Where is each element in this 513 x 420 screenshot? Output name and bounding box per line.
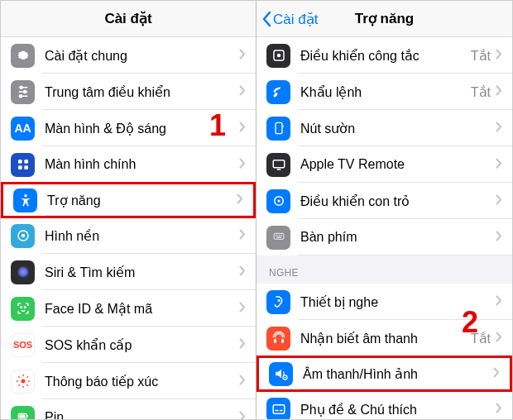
svg-point-15 (24, 307, 26, 308)
settings-row[interactable]: Màn hình chính (1, 146, 256, 183)
svg-line-22 (26, 384, 28, 386)
exposure-icon (11, 370, 35, 394)
accessibility-icon (13, 189, 37, 212)
chevron-right-icon (496, 85, 502, 98)
svg-rect-44 (281, 339, 284, 343)
tv-icon (266, 153, 290, 177)
row-label: Thông báo tiếp xúc (45, 374, 239, 389)
chevron-right-icon (496, 295, 502, 308)
keyboard-icon (266, 226, 290, 250)
chevron-right-icon (239, 122, 246, 135)
settings-list: Cài đặt chungTrung tâm điều khiểnAAMàn h… (1, 37, 256, 419)
chevron-left-icon (261, 11, 271, 27)
back-button[interactable]: Cài đặt (261, 1, 318, 37)
faceid-icon (11, 297, 35, 321)
row-label: Điều khiển con trỏ (300, 193, 496, 209)
row-label: Khẩu lệnh (300, 84, 471, 100)
accessibility-pane: Cài đặt Trợ năng Điều khiển công tắcTắtK… (256, 1, 512, 419)
settings-row[interactable]: Thông báo tiếp xúc (1, 363, 256, 399)
row-label: Siri & Tìm kiếm (45, 265, 239, 280)
svg-rect-40 (280, 235, 281, 236)
svg-point-4 (23, 91, 26, 93)
settings-row[interactable]: Apple TV Remote (256, 146, 512, 183)
voice-icon (266, 80, 290, 104)
chevron-right-icon (493, 367, 500, 380)
chevron-right-icon (496, 194, 502, 208)
svg-rect-30 (276, 122, 282, 133)
svg-point-12 (21, 234, 25, 238)
av-icon (269, 362, 293, 386)
settings-row[interactable]: Hình nền (1, 217, 256, 254)
svg-rect-26 (26, 415, 27, 417)
back-label: Cài đặt (273, 11, 318, 28)
accessibility-list: Điều khiển công tắcTắtKhẩu lệnhTắtNút sư… (256, 37, 512, 419)
chevron-right-icon (239, 85, 246, 98)
settings-row[interactable]: Siri & Tìm kiếm (1, 254, 256, 290)
chevron-right-icon (496, 403, 502, 416)
pointer-icon (266, 189, 290, 213)
svg-rect-7 (24, 160, 28, 164)
svg-point-16 (21, 379, 25, 384)
settings-row[interactable]: Thiết bị nghe (256, 284, 512, 320)
chevron-right-icon (496, 49, 502, 62)
chevron-right-icon (239, 375, 246, 388)
settings-row[interactable]: Cài đặt chung (1, 37, 256, 74)
row-label: Nhận biết âm thanh (300, 331, 471, 346)
row-label: Cài đặt chung (45, 48, 239, 64)
chevron-right-icon (496, 332, 502, 345)
settings-row[interactable]: AAMàn hình & Độ sáng (1, 110, 256, 146)
settings-row[interactable]: Face ID & Mật mã (1, 290, 256, 327)
chevron-right-icon (239, 49, 246, 62)
settings-row[interactable]: Điều khiển công tắcTắt (256, 37, 512, 74)
settings-row[interactable]: Pin (1, 399, 256, 419)
settings-row[interactable]: Trợ năng (1, 182, 256, 218)
settings-row[interactable]: Âm thanh/Hình ảnh (256, 356, 512, 392)
chevron-right-icon (239, 265, 246, 279)
svg-rect-8 (18, 165, 22, 169)
settings-row[interactable]: SOSSOS khẩn cấp (1, 327, 256, 363)
row-label: Pin (45, 410, 239, 419)
aa-icon: AA (11, 117, 35, 141)
svg-point-35 (277, 200, 280, 203)
page-title: Trợ năng (355, 10, 414, 27)
header-right: Cài đặt Trợ năng (256, 1, 512, 37)
svg-point-13 (17, 266, 29, 279)
row-value: Tắt (471, 84, 491, 100)
svg-rect-6 (18, 160, 22, 164)
svg-rect-27 (19, 415, 25, 418)
sidebutton-icon (266, 117, 290, 141)
svg-rect-38 (277, 235, 278, 236)
chevron-right-icon (237, 193, 243, 207)
hearing-icon (266, 290, 290, 314)
settings-row[interactable]: Nút sườn (256, 110, 512, 146)
gear-icon (11, 44, 35, 68)
row-label: Trợ năng (47, 193, 237, 208)
row-value: Tắt (471, 331, 491, 346)
row-label: Face ID & Mật mã (45, 301, 239, 317)
wallpaper-icon (11, 224, 35, 248)
sound-rec-icon (266, 327, 290, 351)
settings-row[interactable]: Nhận biết âm thanhTắt (256, 320, 512, 356)
settings-row[interactable]: Khẩu lệnhTắt (256, 74, 512, 110)
svg-point-3 (20, 86, 22, 88)
row-label: SOS khẩn cấp (45, 337, 239, 353)
chevron-right-icon (496, 158, 502, 171)
row-label: Nút sườn (300, 121, 496, 136)
svg-line-21 (18, 376, 20, 378)
settings-row[interactable]: Bàn phím (256, 219, 512, 255)
chevron-right-icon (239, 302, 246, 315)
settings-row[interactable]: Điều khiển con trỏ (256, 183, 512, 219)
svg-rect-43 (274, 339, 276, 343)
svg-rect-47 (273, 405, 285, 414)
row-value: Tắt (471, 48, 491, 64)
settings-row[interactable]: Trung tâm điều khiển (1, 74, 256, 110)
caption-icon (266, 398, 290, 420)
page-title: Cài đặt (104, 10, 151, 27)
settings-row[interactable]: Phụ đề & Chú thích (256, 391, 512, 419)
svg-point-14 (21, 307, 22, 308)
svg-line-23 (18, 384, 20, 386)
chevron-right-icon (239, 158, 246, 171)
chevron-right-icon (496, 122, 502, 135)
svg-point-29 (276, 54, 280, 58)
svg-point-5 (19, 95, 22, 98)
